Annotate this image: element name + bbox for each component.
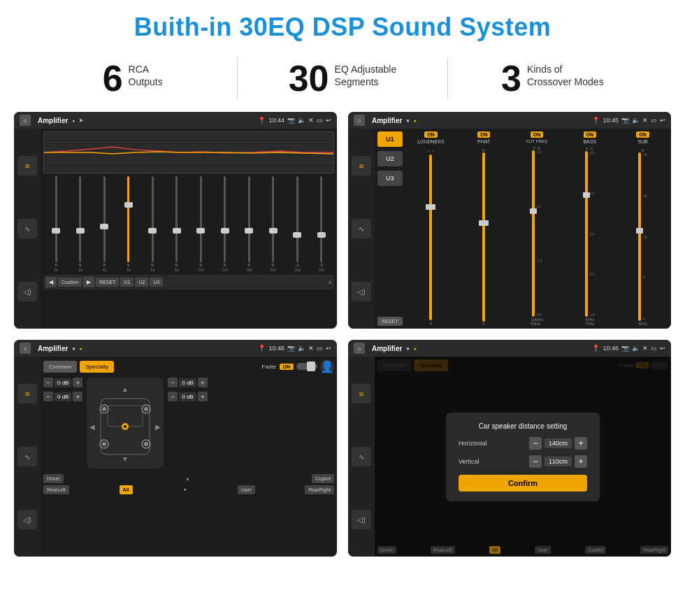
eq-col-9[interactable]: 0 (238, 176, 261, 267)
status-bar-distance: ⌂ Amplifier ■ ● 📍 10:46 📷 🔈 ✕ ▭ ↩ (348, 340, 671, 357)
dialog-vertical-plus[interactable]: + (575, 455, 587, 468)
location-icon-eq: 📍 (258, 117, 266, 124)
freq-40: 40 (93, 268, 116, 272)
phat-on-badge: ON (477, 131, 491, 138)
eq-custom-button[interactable]: Custom (58, 278, 82, 287)
freq-63: 63 (141, 268, 164, 272)
window-icon-fader: ▭ (317, 345, 323, 352)
dialog-vertical-row: Vertical − 110cm + (459, 455, 587, 468)
fader-profile-icon: 👤 (320, 359, 334, 373)
crossover-icon-equalizer[interactable]: ≋ (352, 156, 371, 176)
eq-col-3[interactable]: 0 (93, 176, 116, 267)
home-icon-fader[interactable]: ⌂ (20, 343, 31, 354)
loudness-label: LOUDNESS (417, 139, 445, 144)
home-icon-crossover[interactable]: ⌂ (354, 115, 365, 126)
svg-text:◀: ◀ (89, 423, 95, 431)
eq-reset-button[interactable]: RESET (96, 278, 119, 287)
eq-icon-wave[interactable]: ∿ (17, 219, 37, 238)
dialog-horizontal-minus[interactable]: − (529, 437, 542, 450)
btn-all[interactable]: All (120, 485, 133, 494)
eq-icon-speaker[interactable]: ◁) (17, 282, 37, 301)
crossover-channels: ON LOUDNESS ∽∽ 0 ON PHAT (405, 131, 668, 326)
eq-col-5[interactable]: 0 (141, 176, 164, 267)
eq-col-8[interactable]: 0 (214, 176, 237, 267)
dist-btn-rearright[interactable]: RearRight (640, 546, 668, 554)
crossover-reset-button[interactable]: RESET (377, 317, 403, 326)
db-value-1: 0 dB (55, 378, 71, 387)
freq-200: 200 (262, 268, 285, 272)
eq-col-12[interactable]: -1 (310, 176, 333, 267)
btn-driver[interactable]: Driver (43, 474, 64, 483)
eq-u3-button[interactable]: U3 (150, 278, 163, 287)
db-plus-1[interactable]: + (73, 378, 82, 387)
preset-u2-button[interactable]: U2 (377, 151, 403, 166)
dialog-vertical-label: Vertical (459, 458, 480, 465)
app-name-crossover: Amplifier (372, 117, 402, 124)
eq-col-2[interactable]: 0 (69, 176, 92, 267)
db-minus-2[interactable]: − (43, 392, 53, 401)
eq-col-11[interactable]: -1 (286, 176, 309, 267)
eq-col-10[interactable]: 0 (262, 176, 285, 267)
dialog-horizontal-value: 140cm (545, 438, 572, 448)
preset-u3-button[interactable]: U3 (377, 171, 403, 186)
eq-col-4[interactable]: 5 (117, 176, 140, 267)
svg-point-14 (124, 425, 127, 428)
db-value-2: 0 dB (55, 392, 71, 401)
dist-btn-user[interactable]: User (535, 546, 551, 554)
dist-btn-driver[interactable]: Driver (377, 546, 396, 554)
dist-btn-rearleft[interactable]: RearLeft (431, 546, 455, 554)
location-icon-fader: 📍 (258, 345, 266, 352)
loudness-on-badge: ON (424, 131, 438, 138)
dialog-vertical-minus[interactable]: − (529, 455, 542, 468)
db-minus-1[interactable]: − (43, 378, 53, 387)
eq-prev-button[interactable]: ◀ (45, 277, 57, 287)
status-bar-crossover: ⌂ Amplifier ■ ● 📍 10:45 📷 🔈 ✕ ▭ ↩ (348, 112, 671, 129)
preset-u1-button[interactable]: U1 (377, 131, 403, 147)
fader-icon-equalizer[interactable]: ≋ (17, 384, 37, 403)
dist-btn-copilot[interactable]: Copilot (585, 546, 606, 554)
db-plus-4[interactable]: + (198, 392, 208, 401)
svg-text:▶: ▶ (155, 423, 161, 431)
btn-copilot[interactable]: Copilot (312, 474, 334, 483)
dialog-horizontal-plus[interactable]: + (575, 437, 587, 450)
dialog-confirm-button[interactable]: Confirm (459, 475, 587, 492)
eq-icon-equalizer[interactable]: ≋ (17, 156, 37, 176)
distance-icon-wave[interactable]: ∿ (352, 447, 371, 466)
eq-u2-button[interactable]: U2 (135, 278, 148, 287)
db-plus-2[interactable]: + (73, 392, 82, 401)
eq-u1-button[interactable]: U1 (120, 278, 134, 287)
stat-divider-2 (447, 57, 448, 99)
distance-dialog-overlay: Car speaker distance setting Horizontal … (375, 357, 671, 557)
home-icon-eq[interactable]: ⌂ (20, 115, 31, 126)
db-value-4: 0 dB (179, 392, 196, 401)
home-icon-distance[interactable]: ⌂ (354, 343, 365, 354)
db-plus-3[interactable]: + (198, 378, 208, 387)
distance-icon-equalizer[interactable]: ≋ (352, 384, 371, 403)
crossover-icon-wave[interactable]: ∿ (352, 219, 371, 238)
volume-icon-crossover: 🔈 (632, 117, 640, 124)
eq-col-6[interactable]: 0 (166, 176, 189, 267)
btn-rearleft[interactable]: RearLeft (43, 485, 69, 494)
svg-point-6 (102, 407, 106, 411)
distance-dialog: Car speaker distance setting Horizontal … (446, 413, 600, 501)
eq-col-7[interactable]: 0 (189, 176, 212, 267)
distance-icon-speaker[interactable]: ◁) (352, 510, 371, 529)
dialog-title: Car speaker distance setting (459, 422, 587, 430)
eq-next-button[interactable]: ▶ (83, 277, 94, 287)
fader-slider-horiz[interactable] (296, 363, 317, 370)
fader-icon-speaker[interactable]: ◁) (17, 510, 37, 529)
fader-icon-wave[interactable]: ∿ (17, 447, 37, 466)
eq-col-1[interactable]: 0 (45, 176, 68, 267)
tab-specialty[interactable]: Specialty (80, 361, 113, 373)
btn-rearright[interactable]: RearRight (305, 485, 334, 494)
fader-content: − 0 dB + − 0 dB + (43, 378, 334, 468)
dist-btn-all[interactable]: All (489, 546, 500, 554)
btn-user[interactable]: User (238, 485, 255, 494)
crossover-icon-speaker[interactable]: ◁) (352, 282, 371, 301)
eq-play: ▶ (80, 117, 83, 123)
close-icon-fader: ✕ (308, 345, 314, 352)
db-minus-4[interactable]: − (168, 392, 178, 401)
db-minus-3[interactable]: − (168, 378, 178, 387)
eq-main: 0 0 0 5 (41, 129, 337, 329)
tab-common[interactable]: Common (43, 361, 77, 373)
